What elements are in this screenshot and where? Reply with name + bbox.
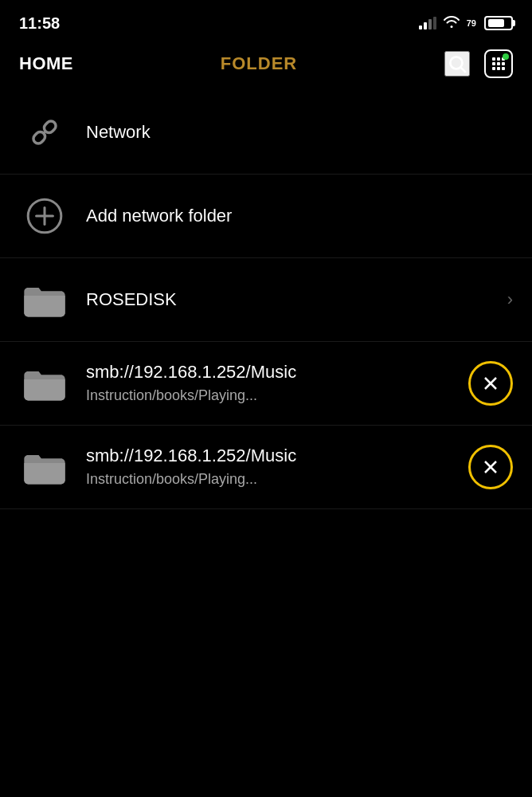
smb-folder-1-action — [468, 361, 513, 406]
smb-folder-2-text: smb://192.168.1.252/Music Instruction/bo… — [86, 445, 468, 489]
rosedisk-action: › — [507, 289, 513, 310]
status-time: 11:58 — [19, 14, 60, 33]
svg-line-1 — [461, 68, 466, 73]
home-tab[interactable]: HOME — [19, 53, 73, 74]
remove-smb-folder-1-button[interactable] — [468, 361, 513, 406]
remove-smb-folder-2-button[interactable] — [468, 445, 513, 489]
folder-icon — [19, 274, 70, 325]
add-network-folder-title: Add network folder — [86, 205, 513, 228]
battery-icon — [484, 16, 513, 30]
search-button[interactable] — [444, 51, 470, 77]
smb-folder-1-text: smb://192.168.1.252/Music Instruction/bo… — [86, 361, 468, 406]
svg-line-4 — [44, 132, 45, 133]
smb-folder-2-action — [468, 445, 513, 489]
smb-folder-2-subtitle: Instruction/books/Playing... — [86, 469, 468, 489]
content-list: Network Add network folder ROSEDISK › — [0, 91, 532, 509]
folder-icon — [19, 358, 70, 409]
close-icon — [481, 457, 500, 477]
list-item[interactable]: Network — [0, 91, 532, 175]
signal-bars-icon — [419, 17, 436, 29]
smb-folder-2-title: smb://192.168.1.252/Music — [86, 445, 468, 468]
svg-point-0 — [450, 57, 462, 69]
list-item[interactable]: ROSEDISK › — [0, 258, 532, 342]
status-icons: 79 — [419, 15, 513, 31]
smb-folder-1-title: smb://192.168.1.252/Music — [86, 361, 468, 384]
rosedisk-text: ROSEDISK — [86, 289, 507, 312]
network-text: Network — [86, 121, 513, 144]
close-icon — [481, 374, 500, 393]
chevron-right-icon: › — [507, 289, 513, 310]
grid-icon — [492, 57, 505, 70]
search-icon — [447, 53, 467, 74]
smb-folder-1-subtitle: Instruction/books/Playing... — [86, 386, 468, 406]
folder-icon — [19, 442, 70, 493]
status-bar: 11:58 79 — [0, 0, 532, 43]
network-title: Network — [86, 121, 513, 144]
header: HOME FOLDER — [0, 43, 532, 91]
rosedisk-title: ROSEDISK — [86, 289, 507, 312]
battery-level: 79 — [467, 18, 476, 28]
list-item[interactable]: smb://192.168.1.252/Music Instruction/bo… — [0, 342, 532, 426]
link-icon — [19, 107, 70, 158]
add-folder-icon — [19, 190, 70, 241]
list-item[interactable]: Add network folder — [0, 175, 532, 258]
wifi-icon — [443, 15, 460, 31]
header-actions — [444, 49, 513, 78]
add-network-folder-text: Add network folder — [86, 205, 513, 228]
folder-tab[interactable]: FOLDER — [221, 53, 297, 74]
list-item[interactable]: smb://192.168.1.252/Music Instruction/bo… — [0, 426, 532, 509]
grid-menu-button[interactable] — [484, 49, 513, 78]
